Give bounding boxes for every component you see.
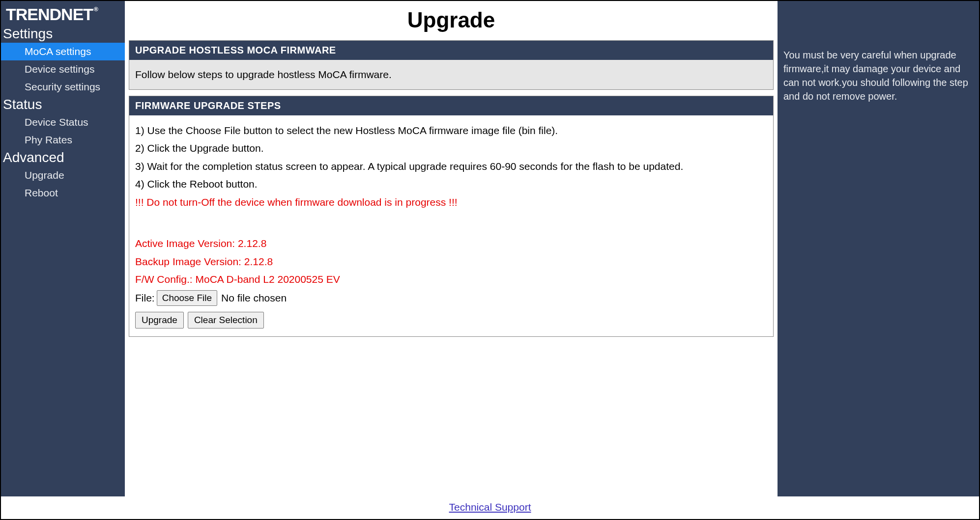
clear-selection-button[interactable]: Clear Selection — [188, 312, 264, 328]
file-chosen-status: No file chosen — [221, 292, 287, 304]
panel-header-firmware-steps: FIRMWARE UPGRADE STEPS — [129, 96, 773, 115]
step-2: 2) Click the Upgrade button. — [135, 141, 767, 156]
panel-header-upgrade-hostless: UPGRADE HOSTLESS MOCA FIRMWARE — [129, 41, 773, 60]
upgrade-button[interactable]: Upgrade — [135, 312, 184, 328]
main-content: Upgrade UPGRADE HOSTLESS MOCA FIRMWARE F… — [125, 1, 778, 496]
technical-support-link[interactable]: Technical Support — [449, 501, 531, 513]
sidebar-item-upgrade[interactable]: Upgrade — [1, 166, 125, 184]
sidebar-item-moca-settings[interactable]: MoCA settings — [1, 43, 125, 60]
nav-section-status: Status — [1, 96, 125, 113]
panel-firmware-steps: FIRMWARE UPGRADE STEPS 1) Use the Choose… — [129, 96, 774, 337]
step-4: 4) Click the Reboot button. — [135, 177, 767, 192]
sidebar: TRENDNET® Settings MoCA settings Device … — [1, 1, 125, 496]
fw-config: F/W Config.: MoCA D-band L2 20200525 EV — [135, 272, 767, 287]
help-panel: You must be very careful when upgrade fi… — [778, 1, 979, 496]
page-title: Upgrade — [125, 1, 778, 40]
warning-text: !!! Do not turn-Off the device when firm… — [135, 195, 767, 210]
nav-section-settings: Settings — [1, 25, 125, 43]
choose-file-button[interactable]: Choose File — [157, 290, 217, 306]
registered-mark: ® — [94, 6, 98, 13]
sidebar-item-device-settings[interactable]: Device settings — [1, 60, 125, 78]
help-text: You must be very careful when upgrade fi… — [783, 48, 973, 103]
file-label: File: — [135, 292, 155, 304]
panel-intro-text: Follow below steps to upgrade hostless M… — [129, 60, 773, 89]
step-1: 1) Use the Choose File button to select … — [135, 123, 767, 138]
brand-logo: TRENDNET® — [1, 3, 125, 25]
footer: Technical Support — [1, 496, 979, 519]
brand-text: TRENDNET — [6, 5, 93, 24]
step-3: 3) Wait for the completion status screen… — [135, 159, 767, 174]
sidebar-item-reboot[interactable]: Reboot — [1, 184, 125, 202]
sidebar-item-device-status[interactable]: Device Status — [1, 113, 125, 131]
file-row: File: Choose File No file chosen — [135, 290, 767, 306]
backup-image-version: Backup Image Version: 2.12.8 — [135, 254, 767, 269]
sidebar-item-phy-rates[interactable]: Phy Rates — [1, 131, 125, 149]
sidebar-item-security-settings[interactable]: Security settings — [1, 78, 125, 96]
panel-upgrade-hostless: UPGRADE HOSTLESS MOCA FIRMWARE Follow be… — [129, 40, 774, 90]
nav-section-advanced: Advanced — [1, 149, 125, 166]
active-image-version: Active Image Version: 2.12.8 — [135, 236, 767, 251]
